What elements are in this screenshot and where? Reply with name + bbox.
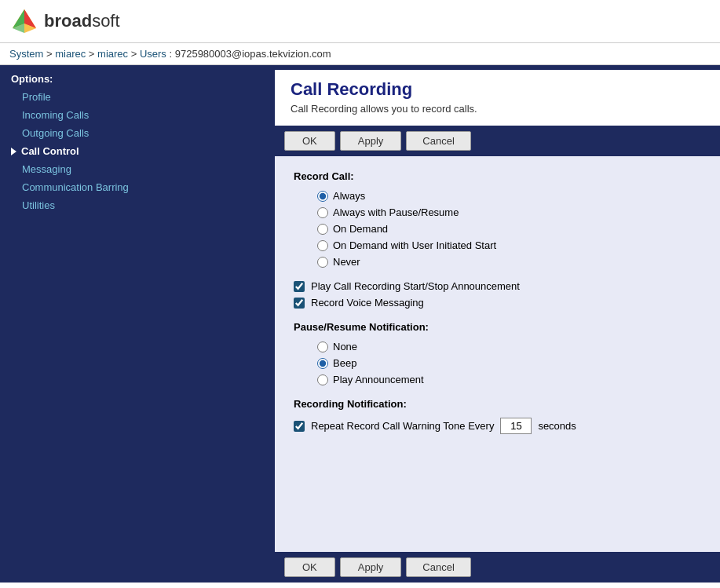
radio-always[interactable]: Always [317,190,701,202]
page-title: Call Recording [291,79,704,100]
radio-on-demand-input[interactable] [317,224,328,235]
broadsoft-logo-icon [9,6,39,36]
header: broadsoft [0,0,720,43]
bottom-button-bar: OK Apply Cancel [275,552,720,583]
radio-none[interactable]: None [317,341,701,352]
radio-always-pause-input[interactable] [317,207,328,218]
sidebar-item-profile[interactable]: Profile [0,88,275,106]
sidebar-call-control-label: Call Control [21,145,79,157]
record-call-label: Record Call: [294,170,701,182]
options-label: Options: [0,65,275,88]
repeat-seconds-input[interactable] [500,418,532,434]
sidebar-item-messaging[interactable]: Messaging [0,160,275,178]
apply-button-top[interactable]: Apply [340,131,402,151]
radio-play-announcement[interactable]: Play Announcement [317,374,701,385]
radio-beep-input[interactable] [317,358,328,369]
radio-on-demand[interactable]: On Demand [317,223,701,235]
checkbox-record-voice-input[interactable] [294,298,305,309]
radio-on-demand-user[interactable]: On Demand with User Initiated Start [317,239,701,251]
form-area: Record Call: Always Always with Pause/Re… [275,156,720,552]
radio-group-pause: None Beep Play Announcement [317,341,701,385]
radio-always-input[interactable] [317,191,328,202]
radio-beep[interactable]: Beep [317,357,701,369]
checkbox-play-start-stop-input[interactable] [294,281,305,292]
content-area: Call Recording Call Recording allows you… [275,65,720,583]
page-description: Call Recording allows you to record call… [291,103,704,115]
recording-notification-label: Recording Notification: [294,398,701,410]
breadcrumb-miarec1[interactable]: miarec [55,48,86,60]
checkbox-repeat-record-input[interactable] [294,421,305,432]
radio-group-record: Always Always with Pause/Resume On Deman… [317,190,701,268]
radio-never-input[interactable] [317,257,328,268]
sidebar: Options: Profile Incoming Calls Outgoing… [0,65,275,583]
sidebar-item-utilities[interactable]: Utilities [0,196,275,214]
content-header: Call Recording Call Recording allows you… [275,70,720,126]
radio-always-pause[interactable]: Always with Pause/Resume [317,206,701,218]
ok-button-bottom[interactable]: OK [284,557,335,577]
cancel-button-bottom[interactable]: Cancel [406,557,470,577]
sidebar-item-communication-barring[interactable]: Communication Barring [0,178,275,196]
radio-never[interactable]: Never [317,256,701,268]
ok-button-top[interactable]: OK [284,131,335,151]
sidebar-item-call-control[interactable]: Call Control [0,142,275,160]
pause-resume-section: Pause/Resume Notification: None Beep Pla… [294,321,701,385]
top-button-bar: OK Apply Cancel [275,126,720,156]
apply-button-bottom[interactable]: Apply [340,557,402,577]
checkboxes-section: Play Call Recording Start/Stop Announcem… [294,280,701,309]
pause-resume-label: Pause/Resume Notification: [294,321,701,333]
checkbox-play-start-stop[interactable]: Play Call Recording Start/Stop Announcem… [294,280,701,292]
radio-on-demand-user-input[interactable] [317,240,328,251]
breadcrumb: System > miarec > miarec > Users : 97259… [0,43,720,65]
breadcrumb-users[interactable]: Users [140,48,166,60]
sidebar-item-outgoing-calls[interactable]: Outgoing Calls [0,124,275,142]
repeat-record-row[interactable]: Repeat Record Call Warning Tone Every se… [294,418,701,434]
breadcrumb-miarec2[interactable]: miarec [97,48,128,60]
breadcrumb-system[interactable]: System [9,48,43,60]
recording-notification-section: Recording Notification: Repeat Record Ca… [294,398,701,434]
sidebar-item-incoming-calls[interactable]: Incoming Calls [0,106,275,124]
radio-play-announcement-input[interactable] [317,374,328,385]
arrow-right-icon [11,148,16,155]
breadcrumb-current: 9725980003@iopas.tekvizion.com [175,48,331,60]
checkbox-record-voice[interactable]: Record Voice Messaging [294,297,701,309]
radio-none-input[interactable] [317,341,328,352]
cancel-button-top[interactable]: Cancel [406,131,470,151]
logo-text: broadsoft [44,11,120,31]
record-call-section: Record Call: Always Always with Pause/Re… [294,170,701,268]
